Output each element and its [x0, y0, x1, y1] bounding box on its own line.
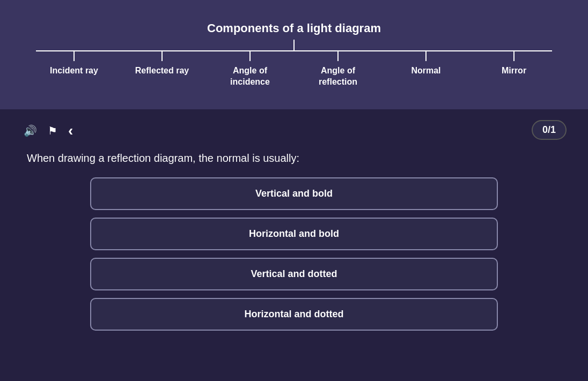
branch-label-normal: Normal	[411, 65, 440, 77]
branch-angle-reflection: Angle ofreflection	[295, 50, 381, 88]
diagram-section: Components of a light diagram Incident r…	[0, 0, 588, 109]
quiz-section: 🔊 ⚑ ‹ 0/1 When drawing a reflection diag…	[0, 109, 588, 381]
branch-label-mirror: Mirror	[502, 65, 526, 77]
option-2[interactable]: Horizontal and bold	[90, 218, 498, 250]
branch-label-angle-incidence: Angle ofincidence	[230, 65, 270, 88]
option-3[interactable]: Vertical and dotted	[90, 258, 498, 290]
sound-button[interactable]: 🔊	[21, 122, 39, 139]
score-current: 0	[542, 124, 548, 135]
toolbar: 🔊 ⚑ ‹	[21, 120, 567, 141]
score-badge: 0/1	[532, 120, 567, 140]
branch-label-angle-reflection: Angle ofreflection	[319, 65, 357, 88]
back-button[interactable]: ‹	[66, 120, 75, 141]
h-line	[36, 50, 552, 51]
branches-row: Incident ray Reflected ray Angle ofincid…	[31, 50, 557, 88]
option-4[interactable]: Horizontal and dotted	[90, 298, 498, 331]
branch-normal: Normal	[383, 50, 469, 88]
question-text: When drawing a reflection diagram, the n…	[27, 152, 567, 165]
score-total: 1	[550, 124, 556, 135]
branch-label-reflected-ray: Reflected ray	[135, 65, 189, 77]
diagram-title: Components of a light diagram	[207, 21, 381, 35]
vertical-stem	[293, 40, 295, 50]
branch-reflected-ray: Reflected ray	[119, 50, 205, 88]
options-container: Vertical and bold Horizontal and bold Ve…	[90, 177, 498, 331]
branch-label-incident-ray: Incident ray	[50, 65, 98, 77]
branch-angle-incidence: Angle ofincidence	[207, 50, 293, 88]
flag-button[interactable]: ⚑	[46, 122, 60, 139]
option-1[interactable]: Vertical and bold	[90, 177, 498, 210]
branch-incident-ray: Incident ray	[31, 50, 117, 88]
branch-mirror: Mirror	[471, 50, 557, 88]
